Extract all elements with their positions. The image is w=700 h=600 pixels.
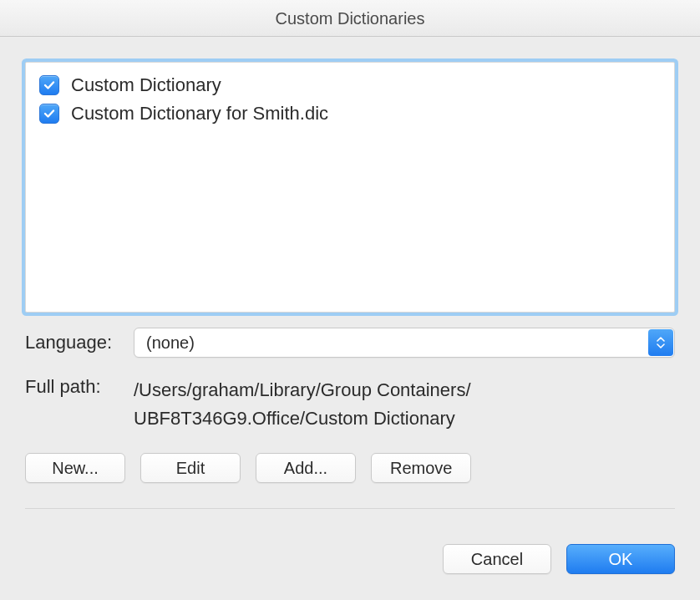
- full-path-label: Full path:: [25, 376, 134, 398]
- cancel-button[interactable]: Cancel: [443, 544, 551, 574]
- language-value: (none): [146, 333, 195, 353]
- checkbox[interactable]: [39, 75, 59, 95]
- full-path-row: Full path: /Users/graham/Library/Group C…: [25, 376, 675, 433]
- dialog-footer: Cancel OK: [0, 526, 700, 574]
- dialog-content: Custom Dictionary Custom Dictionary for …: [0, 37, 700, 526]
- full-path-value: /Users/graham/Library/Group Containers/ …: [134, 376, 675, 433]
- language-label: Language:: [25, 332, 134, 353]
- check-icon: [43, 79, 56, 92]
- edit-button[interactable]: Edit: [140, 453, 241, 483]
- add-button[interactable]: Add...: [256, 453, 356, 483]
- action-button-row: New... Edit Add... Remove: [25, 453, 675, 483]
- check-icon: [43, 107, 56, 120]
- window-title: Custom Dictionaries: [0, 0, 700, 37]
- language-select[interactable]: (none): [134, 328, 675, 358]
- new-button[interactable]: New...: [25, 453, 125, 483]
- chevron-down-icon: [657, 343, 665, 348]
- list-item-label: Custom Dictionary: [71, 74, 221, 96]
- list-item[interactable]: Custom Dictionary for Smith.dic: [36, 99, 664, 128]
- dictionary-listbox[interactable]: Custom Dictionary Custom Dictionary for …: [25, 62, 675, 313]
- language-row: Language: (none): [25, 328, 675, 358]
- chevron-up-icon: [657, 337, 665, 342]
- ok-button[interactable]: OK: [566, 544, 675, 574]
- checkbox[interactable]: [39, 104, 59, 124]
- select-stepper-icon[interactable]: [648, 329, 673, 356]
- list-item[interactable]: Custom Dictionary: [36, 71, 664, 99]
- list-item-label: Custom Dictionary for Smith.dic: [71, 103, 328, 125]
- divider: [25, 508, 675, 509]
- remove-button[interactable]: Remove: [371, 453, 471, 483]
